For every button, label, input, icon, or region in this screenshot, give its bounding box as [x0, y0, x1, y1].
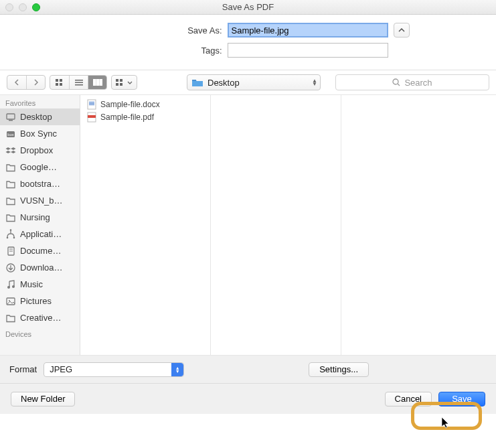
downloads-icon [5, 263, 16, 273]
svg-rect-0 [56, 79, 58, 82]
sidebar-item-label: Creative… [20, 313, 61, 323]
sidebar-item[interactable]: Pictures [0, 293, 80, 309]
saveas-label: Save As: [87, 25, 228, 35]
svg-point-21 [7, 236, 9, 238]
collapse-expand-button[interactable] [394, 23, 410, 38]
file-column[interactable]: Sample-file.docxSample-file.pdf [80, 95, 211, 355]
tags-input[interactable] [228, 43, 388, 58]
sidebar-item-label: Dropbox [20, 145, 53, 155]
format-value: JPEG [50, 364, 72, 374]
pictures-icon [5, 296, 16, 307]
sidebar-item[interactable]: Applicati… [0, 226, 80, 242]
sidebar-section-header: Favorites [0, 95, 80, 108]
search-icon [392, 78, 400, 86]
svg-rect-9 [100, 79, 102, 86]
sidebar-item[interactable]: Docume… [0, 242, 80, 259]
grid-icon [56, 79, 64, 86]
location-label: Desktop [208, 78, 240, 88]
file-column[interactable] [341, 95, 472, 355]
file-row[interactable]: Sample-file.docx [80, 98, 210, 110]
svg-rect-36 [89, 104, 94, 105]
sidebar-item-label: Nursing [20, 212, 50, 222]
apps-icon [5, 229, 16, 240]
sidebar-item[interactable]: Downloa… [0, 259, 80, 276]
sidebar-item-label: Docume… [20, 246, 61, 256]
music-icon [5, 279, 16, 290]
icon-view-button[interactable] [50, 76, 69, 89]
svg-rect-2 [56, 83, 58, 86]
folder-icon [5, 162, 16, 173]
svg-rect-6 [75, 84, 83, 86]
sidebar-item[interactable]: boxBox Sync [0, 125, 80, 142]
sidebar-item[interactable]: Desktop [0, 108, 80, 125]
chevron-up-icon [398, 28, 405, 32]
file-columns: Sample-file.docxSample-file.pdf [80, 95, 496, 355]
sidebar[interactable]: FavoritesDesktopboxBox SyncDropboxGoogle… [0, 95, 80, 355]
arrange-menu[interactable] [111, 75, 137, 90]
save-button[interactable]: Save [438, 392, 485, 406]
sidebar-item-label: Box Sync [20, 129, 57, 139]
file-icon [87, 99, 96, 110]
sidebar-item-label: VUSN_b… [20, 196, 63, 206]
sidebar-item[interactable]: Dropbox [0, 142, 80, 159]
desktop-icon [5, 112, 16, 123]
svg-point-29 [12, 285, 15, 288]
folder-icon [191, 78, 203, 87]
new-folder-button[interactable]: New Folder [11, 392, 75, 406]
list-icon [75, 79, 83, 86]
svg-rect-4 [75, 80, 83, 81]
sidebar-item-label: bootstra… [20, 179, 60, 189]
svg-rect-14 [192, 80, 196, 81]
svg-rect-1 [60, 79, 62, 82]
sidebar-item[interactable]: Nursing [0, 209, 80, 226]
file-name: Sample-file.pdf [100, 113, 154, 122]
sidebar-item[interactable]: VUSN_b… [0, 192, 80, 209]
dialog-buttons: New Folder Cancel Save [0, 384, 496, 414]
back-button[interactable] [7, 76, 26, 89]
column-view-button[interactable] [88, 76, 106, 89]
file-row[interactable]: Sample-file.pdf [80, 110, 210, 123]
svg-text:box: box [7, 133, 14, 137]
cancel-button[interactable]: Cancel [385, 392, 432, 406]
format-label: Format [9, 364, 37, 374]
svg-rect-13 [120, 83, 122, 86]
sidebar-item[interactable]: Music [0, 276, 80, 293]
sidebar-item[interactable]: Google… [0, 159, 80, 175]
sidebar-item-label: Downloa… [20, 263, 63, 273]
sidebar-item[interactable]: Creative… [0, 309, 80, 326]
sidebar-item[interactable]: bootstra… [0, 175, 80, 192]
svg-rect-17 [7, 114, 15, 119]
svg-point-23 [13, 236, 15, 238]
file-name: Sample-file.docx [100, 100, 160, 109]
cursor-icon [442, 417, 451, 429]
saveas-input[interactable] [228, 23, 388, 38]
sidebar-item-label: Pictures [20, 296, 52, 306]
search-field[interactable]: Search [335, 74, 489, 90]
forward-button[interactable] [26, 76, 45, 89]
location-popup[interactable]: Desktop ▲▼ [187, 74, 321, 90]
list-view-button[interactable] [69, 76, 88, 89]
svg-rect-7 [93, 79, 96, 86]
file-browser: FavoritesDesktopboxBox SyncDropboxGoogle… [0, 94, 496, 356]
tags-label: Tags: [87, 46, 228, 56]
folder-icon [5, 212, 16, 223]
folder-icon [5, 313, 16, 323]
sidebar-item-label: Applicati… [20, 229, 62, 239]
dropbox-icon [5, 145, 16, 156]
folder-icon [5, 179, 16, 190]
file-column[interactable] [211, 95, 341, 355]
svg-rect-18 [9, 120, 13, 121]
svg-rect-38 [88, 115, 96, 118]
documents-icon [5, 246, 16, 256]
chevron-down-icon [127, 81, 133, 84]
titlebar: Save As PDF [0, 0, 496, 15]
settings-button[interactable]: Settings... [309, 362, 369, 377]
svg-rect-3 [60, 83, 62, 86]
svg-rect-8 [96, 79, 99, 86]
format-dropdown[interactable]: JPEG ▲▼ [44, 362, 184, 377]
sidebar-section-header: Devices [0, 326, 80, 340]
arrange-icon [116, 79, 125, 86]
search-placeholder: Search [404, 78, 432, 88]
save-fields: Save As: Tags: [0, 15, 496, 70]
sidebar-item-label: Google… [20, 162, 57, 172]
